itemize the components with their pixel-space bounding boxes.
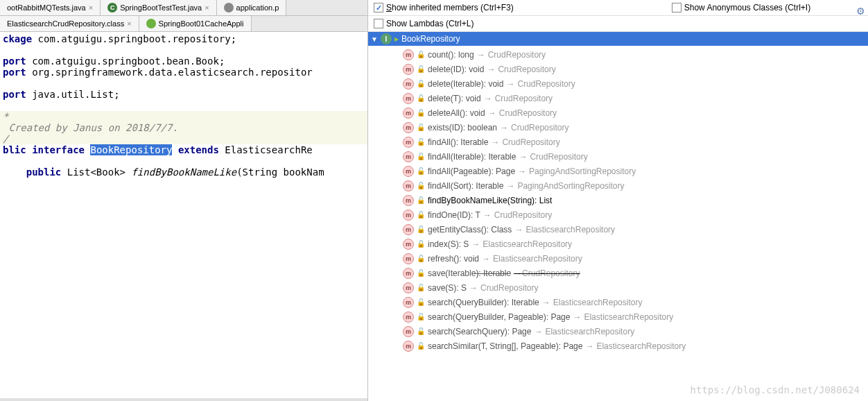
tab-elasticsearch-crud[interactable]: ElasticsearchCrudRepository.class× [0,16,139,31]
lock-icon: 🔓 [417,342,425,350]
method-item[interactable]: m🔓searchSimilar(T, String[], Pageable): … [368,339,868,353]
lock-icon: 🔓 [417,138,425,146]
lock-icon: 🔓 [417,269,425,277]
method-item[interactable]: m🔓search(QueryBuilder, Pageable): Page →… [368,309,868,324]
method-item[interactable]: m🔓save(S): S →CrudRepository [368,280,868,295]
lock-icon: 🔓 [417,65,425,73]
method-icon: m [403,195,414,206]
method-item[interactable]: m🔓findAll(): Iterable →CrudRepository [368,135,868,149]
method-item[interactable]: m🔓delete(T): void →CrudRepository [368,91,868,105]
method-icon: m [403,122,414,133]
class-name-highlight: BookRepository [90,144,172,155]
checkbox-icon [672,3,682,12]
close-icon[interactable]: × [127,19,131,28]
show-anonymous-checkbox[interactable]: Show Anonymous Classes (Ctrl+I) [672,3,810,12]
method-icon: m [403,268,414,279]
method-item[interactable]: m🔓delete(ID): void →CrudRepository [368,62,868,76]
method-icon: m [403,297,414,308]
method-item[interactable]: m🔓findByBookNameLike(String): List [368,193,868,207]
method-icon: m [403,108,414,119]
lock-icon: 🔓 [417,255,425,262]
method-item[interactable]: m🔓delete(Iterable): void →CrudRepository [368,76,868,91]
method-item[interactable]: m🔓getEntityClass(): Class →Elasticsearch… [368,222,868,237]
lock-icon: 🔓 [417,80,425,87]
lock-icon: 🔓 [417,327,425,335]
method-icon: m [403,180,414,191]
lock-icon: 🔓 [417,211,425,219]
interface-icon: I [381,33,392,44]
lock-icon: 🔓 [417,196,425,204]
method-icon: m [403,93,414,104]
tab-application[interactable]: application.p [217,0,287,15]
lock-icon: 🔓 [417,167,425,175]
show-inherited-checkbox[interactable]: Show inherited members (Ctrl+F3) [374,3,514,12]
method-icon: m [403,312,414,323]
lock-icon: 🔓 [417,109,425,117]
panel-header: Show inherited members (Ctrl+F3) Show An… [368,0,868,16]
checkbox-icon [374,19,383,28]
method-icon: m [403,151,414,162]
checkbox-icon [374,3,383,12]
method-icon: m [403,137,414,148]
structure-panel: Show inherited members (Ctrl+F3) Show An… [367,0,868,401]
gear-icon[interactable]: ⚙ [856,6,865,17]
show-lambdas-checkbox[interactable]: Show Lambdas (Ctrl+L) [374,19,474,28]
lock-icon: 🔓 [417,284,425,291]
method-item[interactable]: m🔓count(): long →CrudRepository [368,47,868,62]
method-item[interactable]: m🔓findAll(Pageable): Page →PagingAndSort… [368,164,868,178]
method-item[interactable]: m🔓index(S): S →ElasticsearchRepository [368,237,868,251]
lock-icon: 🔓 [417,153,425,160]
method-icon: m [403,210,414,221]
watermark: https://blog.csdn.net/J080624 [691,384,860,395]
lock-icon: 🔓 [417,51,425,58]
method-icon: m [403,224,414,235]
method-list: m🔓count(): long →CrudRepositorym🔓delete(… [368,46,868,355]
method-item[interactable]: m🔓exists(ID): boolean →CrudRepository [368,120,868,135]
method-icon: m [403,64,414,75]
method-item[interactable]: m🔓deleteAll(): void →CrudRepository [368,105,868,120]
method-item[interactable]: m🔓search(QueryBuilder): Iterable →Elasti… [368,295,868,309]
method-icon: m [403,166,414,177]
status-bar [0,398,367,401]
class-icon: C [107,3,117,12]
method-item[interactable]: m🔓findOne(ID): T →CrudRepository [368,207,868,222]
method-item[interactable]: m🔓search(SearchQuery): Page →Elasticsear… [368,324,868,339]
tab-springboottest[interactable]: CSpringBootTestTest.java× [101,0,216,15]
lock-icon: 🔓 [417,240,425,248]
method-icon: m [403,326,414,337]
method-icon: m [403,239,414,250]
close-icon[interactable]: × [205,3,209,12]
spring-icon [146,19,156,28]
method-icon: m [403,78,414,89]
lock-icon: 🔓 [417,313,425,321]
tab-rabbitmq[interactable]: ootRabbitMQTests.java× [0,0,101,15]
tree-root[interactable]: ▼ I ▸ BookRepository [368,32,868,46]
method-item[interactable]: m🔓save(Iterable): Iterable →CrudReposito… [368,266,868,280]
method-icon: m [403,253,414,264]
panel-header-2: Show Lambdas (Ctrl+L) [368,16,868,32]
lock-icon: 🔓 [417,123,425,131]
properties-icon [224,3,234,12]
code-editor[interactable]: ckage com.atguigu.springboot.repository;… [0,32,367,401]
tab-cache-app[interactable]: SpringBoot01CacheAppli [139,16,252,31]
method-item[interactable]: m🔓findAll(Sort): Iterable →PagingAndSort… [368,178,868,193]
method-item[interactable]: m🔓findAll(Iterable): Iterable →CrudRepos… [368,149,868,164]
close-icon[interactable]: × [89,3,93,12]
lock-icon: 🔓 [417,182,425,189]
chevron-down-icon: ▼ [371,35,378,43]
method-icon: m [403,341,414,352]
lock-icon: 🔓 [417,298,425,306]
lock-icon: 🔓 [417,225,425,233]
method-icon: m [403,49,414,60]
method-item[interactable]: m🔓refresh(): void →ElasticsearchReposito… [368,251,868,266]
lock-icon: 🔓 [417,94,425,102]
method-icon: m [403,282,414,293]
